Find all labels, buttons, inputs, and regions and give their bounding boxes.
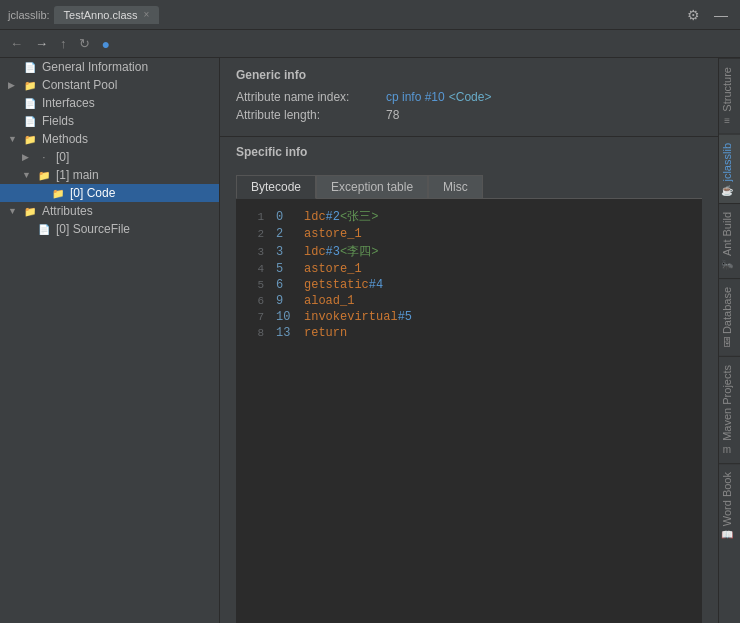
sidebar-item-code[interactable]: 📁 [0] Code (0, 184, 219, 202)
file-tab[interactable]: TestAnno.class × (54, 6, 160, 24)
attr-length-label: Attribute length: (236, 108, 386, 122)
right-tab-ant-build[interactable]: 🐜Ant Build (719, 203, 740, 278)
folder-icon: 📁 (36, 168, 52, 182)
sidebar-item-methods[interactable]: ▼ 📁 Methods (0, 130, 219, 148)
sidebar-item-sourcefile[interactable]: 📄 [0] SourceFile (0, 220, 219, 238)
opcode: astore_1 (304, 262, 362, 276)
attr-name-value[interactable]: cp info #10 (386, 90, 445, 104)
generic-info-title: Generic info (236, 68, 702, 82)
code-line: 3 3 ldc #3 <李四> (236, 242, 702, 261)
tab-exception-table[interactable]: Exception table (316, 175, 428, 198)
code-line: 1 0 ldc #2 <张三> (236, 207, 702, 226)
folder-icon: 📁 (50, 186, 66, 200)
attr-name-row: Attribute name index: cp info #10 <Code> (236, 90, 702, 104)
up-button[interactable]: ↑ (56, 34, 71, 53)
right-tab-icon-structure: ≡ (724, 115, 730, 126)
attr-name-label: Attribute name index: (236, 90, 386, 104)
back-button[interactable]: ← (6, 34, 27, 53)
code-line: 7 10 invokevirtual #5 (236, 309, 702, 325)
attr-name-type: <Code> (449, 90, 492, 104)
specific-info-title: Specific info (236, 145, 702, 159)
sidebar-item-fields[interactable]: 📄 Fields (0, 112, 219, 130)
sidebar-item-general-info[interactable]: 📄 General Information (0, 58, 219, 76)
byte-offset: 5 (276, 262, 296, 276)
folder-icon: 📁 (22, 204, 38, 218)
sidebar-item-attributes[interactable]: ▼ 📁 Attributes (0, 202, 219, 220)
line-number: 7 (244, 311, 264, 323)
tree-node-label: Interfaces (42, 96, 95, 110)
right-tab-wordbook[interactable]: 📖Word Book (719, 463, 740, 548)
right-tab-database[interactable]: 🗄Database (719, 278, 740, 356)
forward-button[interactable]: → (31, 34, 52, 53)
opcode: getstatic (304, 278, 369, 292)
gear-button[interactable]: ⚙ (683, 5, 704, 25)
byte-offset: 10 (276, 310, 296, 324)
line-number: 1 (244, 211, 264, 223)
byte-offset: 2 (276, 227, 296, 241)
right-tab-icon-maven: m (723, 444, 731, 455)
line-number: 6 (244, 295, 264, 307)
tree-arrow: ▶ (8, 80, 22, 90)
doc-icon: 📄 (22, 96, 38, 110)
right-tab-jclasslib[interactable]: ☕jclasslib (719, 134, 740, 204)
item-icon: · (36, 150, 52, 164)
sidebar-tree: 📄 General Information ▶ 📁 Constant Pool … (0, 58, 220, 623)
minimize-button[interactable]: — (710, 5, 732, 25)
sidebar-item-init[interactable]: ▶ · [0] (0, 148, 219, 166)
tab-area: jclasslib: TestAnno.class × (8, 6, 683, 24)
ref-link[interactable]: #3 (326, 245, 340, 259)
folder-icon: 📁 (22, 132, 38, 146)
tree-arrow: ▼ (8, 134, 22, 144)
tab-misc[interactable]: Misc (428, 175, 483, 198)
code-line: 5 6 getstatic #4 (236, 277, 702, 293)
doc-icon: 📄 (36, 222, 52, 236)
right-tab-structure[interactable]: ≡Structure (719, 58, 740, 134)
tree-node-label: [0] Code (70, 186, 115, 200)
attr-length-value: 78 (386, 108, 399, 122)
tree-node-label: [0] SourceFile (56, 222, 130, 236)
line-number: 3 (244, 246, 264, 258)
ref-link[interactable]: #5 (398, 310, 412, 324)
tab-close-btn[interactable]: × (144, 9, 150, 20)
ref-comment: <张三> (340, 208, 378, 225)
specific-info-section: Specific info BytecodeException tableMis… (220, 137, 718, 623)
attr-length-row: Attribute length: 78 (236, 108, 702, 122)
right-tab-maven[interactable]: mMaven Projects (719, 356, 740, 463)
top-bar: jclasslib: TestAnno.class × ⚙ — (0, 0, 740, 30)
sidebar-item-constant-pool[interactable]: ▶ 📁 Constant Pool (0, 76, 219, 94)
right-sidebar: ≡Structure☕jclasslib🐜Ant Build🗄Databasem… (718, 58, 740, 623)
ref-comment: <李四> (340, 243, 378, 260)
byte-offset: 13 (276, 326, 296, 340)
tree-node-label: General Information (42, 60, 148, 74)
main-layout: 📄 General Information ▶ 📁 Constant Pool … (0, 58, 740, 623)
generic-info-section: Generic info Attribute name index: cp in… (220, 58, 718, 137)
code-line: 8 13 return (236, 325, 702, 341)
line-number: 4 (244, 263, 264, 275)
sidebar-item-interfaces[interactable]: 📄 Interfaces (0, 94, 219, 112)
code-line: 6 9 aload_1 (236, 293, 702, 309)
tab-bytecode[interactable]: Bytecode (236, 175, 316, 199)
tree-node-label: Fields (42, 114, 74, 128)
tab-filename: TestAnno.class (64, 9, 138, 21)
ref-link[interactable]: #4 (369, 278, 383, 292)
doc-icon: 📄 (22, 114, 38, 128)
opcode: ldc (304, 210, 326, 224)
nav-bar: ← → ↑ ↻ ● (0, 30, 740, 58)
line-number: 2 (244, 228, 264, 240)
tree-arrow: ▼ (22, 170, 36, 180)
app-label: jclasslib: (8, 9, 50, 21)
ref-link[interactable]: #2 (326, 210, 340, 224)
tree-arrow: ▶ (22, 152, 36, 162)
bytecode-code-area: 1 0 ldc #2 <张三> 2 2 astore_1 3 3 ldc #3 … (236, 199, 702, 623)
line-number: 5 (244, 279, 264, 291)
loading-indicator: ● (102, 36, 110, 52)
right-tab-icon-wordbook: 📖 (721, 529, 733, 540)
tree-node-label: Attributes (42, 204, 93, 218)
content-area: Generic info Attribute name index: cp in… (220, 58, 718, 623)
opcode: aload_1 (304, 294, 354, 308)
sidebar-item-main[interactable]: ▼ 📁 [1] main (0, 166, 219, 184)
opcode: invokevirtual (304, 310, 398, 324)
refresh-button[interactable]: ↻ (75, 34, 94, 53)
opcode: ldc (304, 245, 326, 259)
tabs-row: BytecodeException tableMisc (236, 175, 702, 199)
